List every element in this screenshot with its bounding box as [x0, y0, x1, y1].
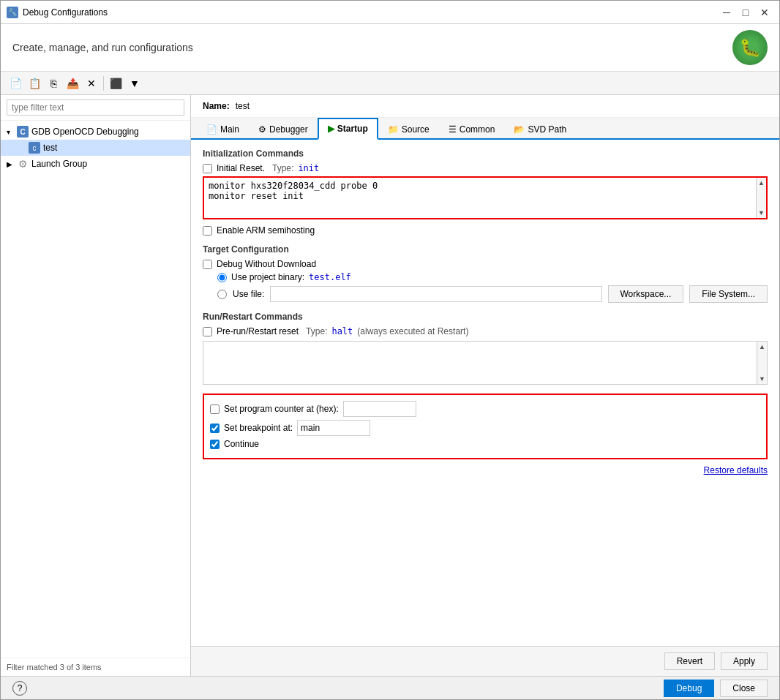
- new-proto-button[interactable]: 📋: [26, 75, 43, 92]
- enable-arm-label: Enable ARM semihosting: [217, 225, 315, 236]
- sidebar-footer: Filter matched 3 of 3 items: [1, 658, 190, 676]
- launch-expand[interactable]: ▶: [7, 160, 15, 168]
- use-file-radio[interactable]: [217, 290, 227, 299]
- tab-main[interactable]: 📄 Main: [197, 118, 249, 140]
- project-binary-value: test.elf: [309, 272, 351, 282]
- debug-button[interactable]: Debug: [664, 680, 714, 697]
- run-scroll-up[interactable]: ▲: [757, 342, 767, 352]
- startup-tab-label: Startup: [337, 124, 368, 134]
- init-commands-text[interactable]: monitor hxs320f28034_cdd probe 0 monitor…: [204, 178, 756, 218]
- config-footer: Revert Apply: [191, 646, 779, 676]
- run-restart-title: Run/Restart Commands: [203, 312, 768, 322]
- gdb-icon: C: [17, 126, 29, 138]
- help-icon[interactable]: ?: [12, 681, 27, 696]
- file-system-button[interactable]: File System...: [689, 285, 768, 303]
- header-bar: Create, manage, and run configurations 🐛: [1, 24, 779, 72]
- run-commands-scrollbar: ▲ ▼: [757, 342, 767, 384]
- source-tab-icon: 📁: [388, 124, 399, 135]
- target-config-title: Target Configuration: [203, 244, 768, 255]
- test-icon: c: [29, 142, 40, 154]
- sidebar-item-gdb[interactable]: ▾ C GDB OpenOCD Debugging: [1, 124, 190, 140]
- toolbar-separator: [103, 76, 104, 91]
- collapse-button[interactable]: ⬛: [107, 75, 124, 92]
- run-commands-text[interactable]: [203, 342, 757, 384]
- restore-defaults-link[interactable]: Restore defaults: [203, 465, 768, 475]
- maximize-button[interactable]: □: [737, 4, 754, 21]
- toolbar: 📄 📋 ⎘ 📤 ✕ ⬛ ▼: [1, 72, 779, 95]
- tab-startup[interactable]: ▶ Startup: [318, 118, 378, 140]
- sidebar-filter-area: [1, 95, 190, 121]
- set-pc-row: Set program counter at (hex):: [210, 401, 760, 417]
- tab-debugger[interactable]: ⚙ Debugger: [249, 118, 318, 140]
- apply-button[interactable]: Apply: [721, 652, 768, 670]
- enable-arm-checkbox[interactable]: [203, 226, 212, 236]
- pre-run-row: Pre-run/Restart reset Type: halt (always…: [203, 326, 768, 336]
- program-counter-section: Set program counter at (hex): Set breakp…: [203, 394, 768, 459]
- debug-without-download-label: Debug Without Download: [217, 259, 316, 269]
- filter-input[interactable]: [7, 99, 184, 116]
- breakpoint-input[interactable]: main: [297, 420, 370, 436]
- initial-reset-checkbox[interactable]: [203, 164, 212, 173]
- main-window: 🔧 Debug Configurations ─ □ ✕ Create, man…: [0, 0, 780, 700]
- app-logo: 🐛: [732, 30, 768, 65]
- revert-button[interactable]: Revert: [664, 652, 715, 670]
- init-commands-scrollbar: ▲ ▼: [756, 178, 766, 218]
- run-restart-section: Run/Restart Commands Pre-run/Restart res…: [203, 312, 768, 385]
- workspace-button[interactable]: Workspace...: [608, 285, 684, 303]
- expand-icon[interactable]: ▾: [7, 128, 15, 136]
- use-file-input[interactable]: [270, 286, 601, 302]
- header-title: Create, manage, and run configurations: [12, 42, 193, 53]
- app-icon: 🔧: [7, 7, 18, 18]
- continue-checkbox[interactable]: [210, 440, 220, 449]
- main-tab-label: Main: [220, 124, 239, 135]
- run-type-label: Type:: [306, 326, 327, 336]
- always-label: (always executed at Restart): [357, 326, 468, 336]
- duplicate-button[interactable]: ⎘: [45, 75, 62, 92]
- set-breakpoint-checkbox[interactable]: [210, 424, 220, 433]
- test-label: test: [43, 143, 57, 153]
- sidebar-tree: ▾ C GDB OpenOCD Debugging c test ▶ ⚙ Lau…: [1, 121, 190, 658]
- use-project-binary-radio[interactable]: [217, 273, 227, 282]
- filter-button[interactable]: ▼: [126, 75, 143, 92]
- scroll-up-arrow[interactable]: ▲: [757, 178, 766, 188]
- tab-source[interactable]: 📁 Source: [378, 118, 439, 140]
- minimize-button[interactable]: ─: [718, 4, 735, 21]
- sidebar-item-launch[interactable]: ▶ ⚙ Launch Group: [1, 156, 190, 172]
- main-tab-icon: 📄: [206, 124, 217, 135]
- sidebar-item-test[interactable]: c test: [1, 140, 190, 156]
- title-bar: 🔧 Debug Configurations ─ □ ✕: [1, 1, 779, 24]
- type-label: Type:: [272, 163, 293, 173]
- startup-tab-icon: ▶: [328, 124, 334, 134]
- tab-common[interactable]: ☰ Common: [439, 118, 505, 140]
- bottom-close-button[interactable]: Close: [720, 680, 768, 697]
- initial-reset-label: Initial Reset.: [217, 163, 265, 173]
- set-pc-checkbox[interactable]: [210, 404, 220, 414]
- launch-icon: ⚙: [17, 158, 29, 170]
- name-value: test: [236, 101, 250, 111]
- enable-arm-row: Enable ARM semihosting: [203, 225, 768, 236]
- restore-defaults-area: Restore defaults: [203, 465, 768, 475]
- initial-reset-row: Initial Reset. Type: init: [203, 163, 768, 173]
- debug-without-download-checkbox[interactable]: [203, 260, 212, 269]
- set-pc-input[interactable]: [343, 401, 416, 417]
- debug-without-download-row: Debug Without Download: [203, 259, 768, 269]
- export-button[interactable]: 📤: [64, 75, 81, 92]
- svd-tab-label: SVD Path: [528, 124, 566, 135]
- scroll-track: [757, 188, 766, 208]
- config-content: Initialization Commands Initial Reset. T…: [191, 140, 779, 646]
- debugger-tab-icon: ⚙: [258, 124, 266, 135]
- scroll-down-arrow[interactable]: ▼: [757, 208, 766, 218]
- name-label: Name:: [203, 101, 230, 111]
- close-button[interactable]: ✕: [756, 4, 773, 21]
- pre-run-checkbox[interactable]: [203, 327, 212, 336]
- main-content: ▾ C GDB OpenOCD Debugging c test ▶ ⚙ Lau…: [1, 95, 779, 676]
- debugger-tab-label: Debugger: [269, 124, 308, 135]
- tab-svd-path[interactable]: 📂 SVD Path: [504, 118, 576, 140]
- run-scroll-down[interactable]: ▼: [757, 374, 767, 384]
- delete-button[interactable]: ✕: [83, 75, 100, 92]
- set-breakpoint-label: Set breakpoint at:: [224, 423, 293, 433]
- config-panel: Name: test 📄 Main ⚙ Debugger ▶ Startup: [191, 95, 779, 676]
- new-config-button[interactable]: 📄: [7, 75, 24, 92]
- use-file-label: Use file:: [233, 289, 264, 299]
- init-commands-highlight-box: monitor hxs320f28034_cdd probe 0 monitor…: [203, 176, 768, 219]
